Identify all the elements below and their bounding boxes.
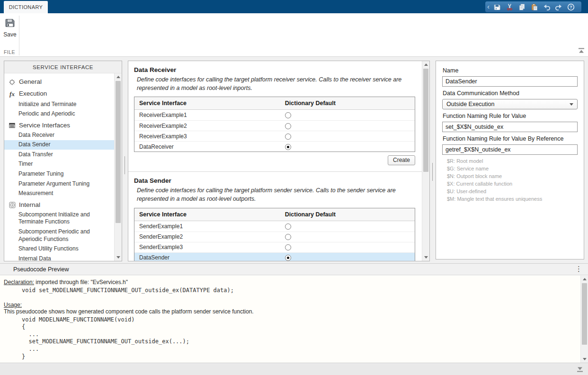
tab-label: DICTIONARY <box>9 4 43 10</box>
service-row-senderexample2[interactable]: SenderExample2 <box>134 232 415 242</box>
toolbar-overflow-chevron-icon[interactable]: ‹ <box>486 3 491 11</box>
column-header-dictionary-default: Dictionary Default <box>280 208 415 221</box>
sidebar-item-subcomponent-initialize-and-terminate-functions[interactable]: Subcomponent Initialize and Terminate Fu… <box>4 210 114 227</box>
scroll-down-arrow-icon[interactable] <box>581 356 588 363</box>
service-interface-table: Service Interface Dictionary Default Sen… <box>134 208 415 262</box>
tab-dictionary[interactable]: DICTIONARY <box>4 1 48 13</box>
redo-icon[interactable] <box>552 2 565 12</box>
service-row-datareceiver[interactable]: DataReceiver <box>134 141 415 152</box>
sidebar-item-data-transfer[interactable]: Data Transfer <box>4 150 114 160</box>
save-icon[interactable] <box>491 2 503 12</box>
service-row-senderexample1[interactable]: SenderExample1 <box>134 221 415 232</box>
file-section-label: FILE <box>0 49 19 55</box>
svg-text:?: ? <box>570 5 572 9</box>
service-row-receiverexample3[interactable]: ReceiverExample3 <box>134 131 415 141</box>
section-description: Define code interfaces for calling the t… <box>137 186 408 203</box>
function-naming-rule-value-label: Function Naming Rule for Value <box>443 113 578 119</box>
sidebar-item-shared-utility-functions[interactable]: Shared Utility Functions <box>4 244 114 254</box>
section-description: Define code interfaces for calling the t… <box>137 75 408 92</box>
dictionary-default-radio[interactable] <box>285 234 291 240</box>
scroll-down-arrow-icon[interactable] <box>115 254 122 261</box>
dictionary-default-radio[interactable] <box>285 244 291 250</box>
save-button[interactable]: Save <box>2 17 18 38</box>
pseudocode-scrollbar[interactable] <box>580 276 588 363</box>
scrollbar-thumb[interactable] <box>116 81 121 223</box>
collapse-panel-icon[interactable] <box>576 366 584 373</box>
sidebar-item-periodic-and-aperiodic[interactable]: Periodic and Aperiodic <box>4 109 114 119</box>
sidebar-item-internal-data[interactable]: Internal Data <box>4 254 114 261</box>
properties-panel: Name Data Communication Method Outside E… <box>436 61 584 259</box>
internal-icon <box>8 202 17 208</box>
sidebar-item-measurement[interactable]: Measurement <box>4 189 114 199</box>
kebab-menu-icon[interactable]: ⋮ <box>575 265 582 273</box>
scroll-up-arrow-icon[interactable] <box>581 276 588 283</box>
column-header-dictionary-default: Dictionary Default <box>280 97 415 109</box>
naming-token: $N: Outport block name <box>447 173 578 180</box>
naming-token: $M: Mangle text that ensures uniqueness <box>447 196 578 203</box>
service-interface-name: SenderExample3 <box>134 244 280 250</box>
help-icon[interactable]: ? <box>565 2 577 12</box>
scroll-up-arrow-icon[interactable] <box>422 61 430 68</box>
sidebar-item-label: Parameter Tuning <box>18 170 63 178</box>
sidebar-item-data-receiver[interactable]: Data Receiver <box>4 130 114 140</box>
service-row-receiverexample2[interactable]: ReceiverExample2 <box>134 120 415 131</box>
sidebar-item-label: Data Sender <box>18 141 50 149</box>
sidebar-item-subcomponent-periodic-and-aperiodic-functions[interactable]: Subcomponent Periodic and Aperiodic Func… <box>4 227 114 244</box>
section-title: Data Sender <box>134 177 416 184</box>
sidebar-item-service-interfaces[interactable]: Service Interfaces <box>4 120 114 130</box>
dictionary-default-radio[interactable] <box>285 134 291 140</box>
create-button[interactable]: Create <box>388 155 415 165</box>
left-splitter-handle[interactable] <box>125 156 125 174</box>
sidebar-item-data-sender[interactable]: Data Sender <box>4 140 114 150</box>
sidebar-item-label: Measurement <box>18 190 53 197</box>
sidebar-item-label: Subcomponent Initialize and Terminate Fu… <box>18 211 112 226</box>
scroll-up-arrow-icon[interactable] <box>115 73 122 80</box>
sidebar-item-parameter-tuning[interactable]: Parameter Tuning <box>4 170 114 179</box>
name-field[interactable] <box>442 76 578 87</box>
declaration-label: Declaration: <box>4 279 34 286</box>
service-row-receiverexample1[interactable]: ReceiverExample1 <box>134 110 415 120</box>
sidebar-item-initialize-and-terminate[interactable]: Initialize and Terminate <box>4 99 114 109</box>
embedded-coder-dictionary-window: DICTIONARY ‹ ? Save FILE <box>0 0 588 375</box>
dictionary-default-radio[interactable] <box>285 255 291 261</box>
sidebar-item-parameter-argument-tuning[interactable]: Parameter Argument Tuning <box>4 179 114 189</box>
data-communication-method-label: Data Communication Method <box>443 90 578 97</box>
naming-token: $R: Root model <box>447 158 578 165</box>
cut-icon[interactable] <box>503 2 516 12</box>
naming-token: $X: Current callable function <box>447 180 578 188</box>
data-communication-method-select[interactable]: Outside Execution <box>442 99 578 109</box>
copy-icon[interactable] <box>516 2 528 12</box>
right-splitter-handle[interactable] <box>432 163 433 181</box>
dictionary-default-radio[interactable] <box>285 112 291 118</box>
scrollbar-thumb[interactable] <box>423 69 428 172</box>
function-naming-rule-by-reference-field[interactable] <box>442 144 578 155</box>
quick-access-toolbar: ‹ ? <box>485 1 581 12</box>
ribbon-section-divider <box>19 16 19 55</box>
sidebar-item-timer[interactable]: Timer <box>4 160 114 170</box>
dictionary-default-radio[interactable] <box>285 123 291 129</box>
save-button-label: Save <box>2 31 18 38</box>
sidebar-list: GeneralfxExecutionInitialize and Termina… <box>4 73 114 261</box>
sidebar-item-internal[interactable]: Internal <box>4 199 114 210</box>
dictionary-default-radio[interactable] <box>285 144 291 150</box>
service-row-datasender[interactable]: DataSender <box>134 252 415 262</box>
sidebar-item-general[interactable]: General <box>4 76 114 87</box>
sidebar-item-execution[interactable]: fxExecution <box>4 88 114 99</box>
bottom-collapse-strip <box>0 364 588 375</box>
function-naming-rule-value-field[interactable] <box>442 122 578 132</box>
service-row-senderexample3[interactable]: SenderExample3 <box>134 242 415 252</box>
sidebar-scrollbar[interactable] <box>114 73 122 261</box>
undo-icon[interactable] <box>540 2 552 12</box>
scroll-down-arrow-icon[interactable] <box>422 254 430 261</box>
center-scrollbar[interactable] <box>422 61 429 261</box>
naming-token-list: $R: Root model$G: Service name$N: Outpor… <box>447 158 578 203</box>
scrollbar-thumb[interactable] <box>582 283 587 345</box>
sidebar-item-label: Shared Utility Functions <box>18 245 79 253</box>
paste-icon[interactable] <box>528 2 540 12</box>
sidebar-item-label: Internal <box>19 201 40 208</box>
collapse-ribbon-icon[interactable] <box>577 47 586 54</box>
usage-code: void MODELNAME_FUNCTIONNAME(void) { ... … <box>4 316 575 361</box>
declaration-text: imported through file: "EvServices.h" <box>34 279 128 286</box>
dictionary-default-radio[interactable] <box>285 223 291 230</box>
function-naming-rule-by-reference-label: Function Naming Rule for Value By Refere… <box>443 135 578 142</box>
